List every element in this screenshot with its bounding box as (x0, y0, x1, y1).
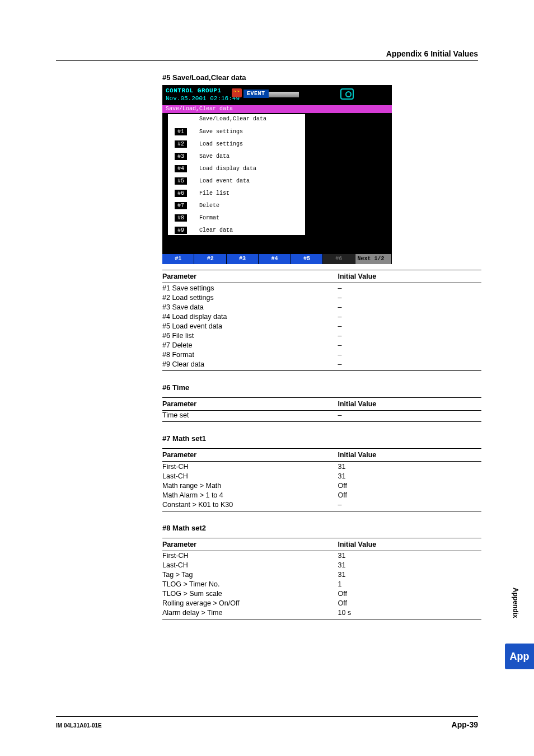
table-row: Rolling average > On/Off Off (162, 599, 481, 608)
value-cell: 31 (338, 471, 482, 481)
menu-item-number: #8 (175, 214, 187, 222)
table-row: #4 Load display data – (162, 312, 481, 321)
menu-item[interactable]: #9 Clear data (175, 224, 256, 236)
table-row: Last-CH 31 (162, 561, 481, 570)
param-cell: Time set (162, 410, 338, 422)
softkey-1[interactable]: #1 (162, 254, 194, 264)
menu-item-number: #4 (175, 165, 187, 172)
side-tab: App (505, 644, 534, 669)
table-row: Time set – (162, 410, 481, 422)
softkey-2[interactable]: #2 (194, 254, 226, 264)
menu-item-number: #1 (175, 128, 187, 135)
menu-item-label: Format (199, 215, 219, 221)
param-cell: #5 Load event data (162, 321, 338, 331)
section-title: #6 Time (162, 383, 481, 392)
menu-list: #1 Save settings #2 Load settings #3 Sav… (175, 125, 256, 236)
param-cell: Rolling average > On/Off (162, 599, 338, 608)
param-cell: Alarm delay > Time (162, 608, 338, 619)
value-cell: 31 (338, 561, 482, 570)
param-cell: TLOG > Sum scale (162, 589, 338, 599)
screenshot: CONTROL GROUP1 Nov.05.2001 02:16:49 EVEN… (162, 85, 392, 264)
table-row: #9 Clear data – (162, 359, 481, 370)
menu-item[interactable]: #8 Format (175, 212, 256, 224)
timestamp: Nov.05.2001 02:16:49 (166, 95, 240, 102)
table-row: #6 File list – (162, 331, 481, 340)
breadcrumb-bar: Save/Load,Clear data (162, 105, 392, 113)
table-row: Math range > Math Off (162, 481, 481, 490)
col-initial-value: Initial Value (338, 397, 482, 410)
table-row: #3 Save data – (162, 302, 481, 312)
menu-item-label: Load display data (199, 166, 256, 172)
menu-item[interactable]: #1 Save settings (175, 125, 256, 138)
menu-item-number: #2 (175, 140, 187, 148)
section-title: #8 Math set2 (162, 524, 481, 532)
param-cell: #4 Load display data (162, 312, 338, 321)
param-cell: #7 Delete (162, 340, 338, 350)
table-row: Math Alarm > 1 to 4 Off (162, 490, 481, 500)
menu-item[interactable]: #7 Delete (175, 199, 256, 212)
softkey-4[interactable]: #4 (259, 254, 291, 264)
menu-item[interactable]: #6 File list (175, 187, 256, 199)
doc-number: IM 04L31A01-01E (56, 722, 102, 729)
menu-item[interactable]: #2 Load settings (175, 138, 256, 150)
parameter-table: Parameter Initial Value First-CH 31 Last… (162, 448, 481, 511)
softkey-7[interactable]: Next 1/2 (355, 254, 392, 264)
menu-item-label: Load event data (199, 178, 250, 184)
param-cell: Constant > K01 to K30 (162, 500, 338, 511)
value-cell: Off (338, 490, 482, 500)
parameter-table: Parameter Initial Value #1 Save settings… (162, 270, 481, 371)
param-cell: Last-CH (162, 471, 338, 481)
event-label: EVENT (243, 90, 269, 98)
menu-item-label: File list (199, 190, 229, 196)
param-cell: Math range > Math (162, 481, 338, 490)
menu-item-label: Delete (199, 203, 219, 209)
section-title: #5 Save/Load,Clear data (162, 73, 481, 82)
trend-icon (232, 88, 242, 97)
param-cell: First-CH (162, 551, 338, 561)
col-initial-value: Initial Value (338, 538, 482, 551)
value-cell: – (338, 302, 482, 312)
table-row: #7 Delete – (162, 340, 481, 350)
table-row: Tag > Tag 31 (162, 570, 481, 580)
softkey-5[interactable]: #5 (291, 254, 323, 264)
panel-title: Save/Load,Clear data (199, 116, 266, 122)
col-parameter: Parameter (162, 397, 338, 410)
param-cell: Last-CH (162, 561, 338, 570)
header-section-title: Appendix 6 Initial Values (56, 49, 478, 61)
param-cell: Tag > Tag (162, 570, 338, 580)
value-cell: Off (338, 481, 482, 490)
param-cell: #9 Clear data (162, 359, 338, 370)
col-parameter: Parameter (162, 449, 338, 462)
value-cell: 31 (338, 551, 482, 561)
event-progress-bar (269, 92, 299, 97)
table-row: First-CH 31 (162, 462, 481, 472)
menu-item[interactable]: #3 Save data (175, 150, 256, 162)
menu-item-label: Save data (199, 153, 229, 159)
menu-item[interactable]: #5 Load event data (175, 175, 256, 187)
param-cell: Math Alarm > 1 to 4 (162, 490, 338, 500)
param-cell: #3 Save data (162, 302, 338, 312)
menu-item-number: #7 (175, 202, 187, 209)
value-cell: – (338, 410, 482, 422)
parameter-table: Parameter Initial Value First-CH 31 Last… (162, 538, 481, 620)
value-cell: 1 (338, 580, 482, 589)
side-label: Appendix (512, 588, 519, 618)
table-row: #2 Load settings – (162, 293, 481, 302)
value-cell: – (338, 283, 482, 293)
table-row: #8 Format – (162, 350, 481, 359)
menu-item[interactable]: #4 Load display data (175, 162, 256, 175)
control-group-label: CONTROL GROUP1 (166, 87, 221, 94)
value-cell: Off (338, 599, 482, 608)
table-header: Parameter Initial Value (162, 538, 481, 551)
softkey-3[interactable]: #3 (227, 254, 259, 264)
softkey-6[interactable]: #6 (323, 254, 355, 264)
value-cell: – (338, 331, 482, 340)
col-initial-value: Initial Value (338, 270, 482, 283)
table-row: TLOG > Sum scale Off (162, 589, 481, 599)
parameter-table: Parameter Initial Value Time set – (162, 397, 481, 422)
menu-item-number: #3 (175, 153, 187, 160)
table-header: Parameter Initial Value (162, 449, 481, 462)
footer: IM 04L31A01-01E App-39 (56, 716, 478, 729)
menu-item-label: Clear data (199, 227, 233, 233)
value-cell: 10 s (338, 608, 482, 619)
